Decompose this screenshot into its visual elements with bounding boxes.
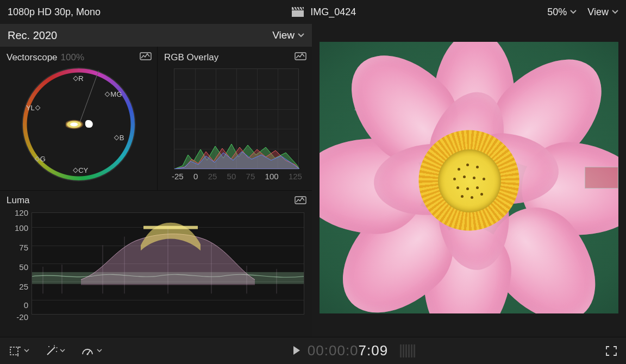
vectorscope-settings-button[interactable] (140, 51, 152, 61)
top-bar: 1080p HD 30p, Mono IMG_0424 50% View (0, 0, 626, 24)
viewer-view-dropdown[interactable]: View (587, 7, 618, 18)
vectorscope-target-cy: CY (73, 166, 88, 174)
view-label: View (587, 7, 609, 18)
svg-rect-0 (292, 10, 304, 17)
selection-overlay[interactable] (585, 167, 618, 189)
viewer-frame[interactable] (320, 42, 618, 313)
rgb-overlay-axis: -25 0 25 50 75 100 125 (172, 172, 302, 181)
luma-waveform-display (32, 212, 304, 315)
clapper-icon (292, 7, 304, 17)
vectorscope-panel: Vectorscope 100% R MG B CY (0, 47, 158, 190)
chevron-down-icon (60, 349, 65, 353)
vectorscope-target-mg: MG (105, 90, 122, 98)
chevron-down-icon (298, 33, 304, 37)
vectorscope-target-yl: YL (26, 104, 40, 112)
timecode-bright: 7:09 (359, 342, 389, 359)
transform-crop-tool[interactable] (9, 346, 29, 356)
svg-point-29 (86, 353, 88, 355)
svg-marker-30 (293, 346, 300, 355)
main-split: Rec. 2020 View Vectorscope 100% (0, 24, 626, 337)
chevron-down-icon (570, 10, 577, 14)
video-scopes-panel: Rec. 2020 View Vectorscope 100% (0, 24, 312, 337)
zoom-level-dropdown[interactable]: 50% (547, 7, 577, 18)
vectorscope-target-g: G (35, 155, 46, 163)
svg-point-27 (56, 351, 57, 352)
rgb-overlay-title: RGB Overlay (164, 52, 218, 63)
luma-title: Luma (7, 195, 30, 206)
vectorscope-title: Vectorscope (7, 52, 58, 63)
scopes-header: Rec. 2020 View (0, 24, 312, 47)
chevron-down-icon (24, 349, 29, 353)
rgb-overlay-settings-button[interactable] (295, 51, 306, 61)
svg-point-23 (54, 347, 55, 348)
retime-speed-tool[interactable] (80, 346, 102, 356)
vectorscope-target-b: B (115, 134, 124, 142)
enhance-wand-tool[interactable] (45, 345, 65, 357)
vectorscope-scale: 100% (61, 52, 84, 63)
chevron-down-icon (97, 349, 102, 353)
scopes-view-label: View (272, 29, 295, 41)
timecode-display[interactable]: 00:00:07:09 (292, 342, 415, 359)
luma-axis: 120 100 75 50 25 0 -20 (7, 209, 30, 318)
svg-rect-10 (143, 226, 198, 229)
zoom-level-value: 50% (547, 7, 567, 18)
luma-settings-button[interactable] (295, 195, 306, 205)
app-root: 1080p HD 30p, Mono IMG_0424 50% View Rec… (0, 0, 626, 364)
rgb-overlay-display (174, 68, 299, 170)
timecode-dim: 00:00:0 (308, 342, 359, 359)
viewer-panel (312, 24, 626, 337)
audio-meter-icon (400, 344, 415, 357)
chevron-down-icon (612, 10, 618, 14)
clip-format-label: 1080p HD 30p, Mono (8, 7, 101, 18)
colorspace-label: Rec. 2020 (8, 29, 272, 42)
vectorscope-display: R MG B CY G YL (22, 67, 136, 181)
rgb-overlay-panel: RGB Overlay -25 (158, 47, 312, 190)
bottom-toolbar: 00:00:07:09 (0, 337, 626, 364)
clip-name-label: IMG_0424 (310, 7, 356, 18)
svg-point-26 (48, 346, 49, 347)
svg-line-22 (47, 348, 54, 355)
fullscreen-button[interactable] (605, 346, 617, 356)
play-icon[interactable] (292, 342, 301, 359)
scopes-view-dropdown[interactable]: View (272, 29, 304, 41)
svg-rect-19 (10, 347, 18, 355)
luma-panel: Luma 120 100 75 50 25 0 -20 (0, 190, 312, 337)
vectorscope-target-r: R (73, 74, 83, 83)
viewer-image (320, 42, 618, 313)
scopes-row: Vectorscope 100% R MG B CY (0, 47, 312, 190)
